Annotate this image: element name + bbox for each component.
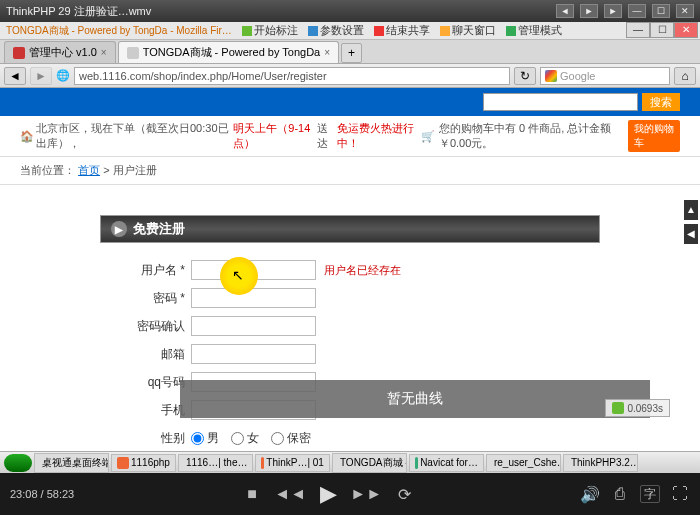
menu-end-share[interactable]: 结束共享 <box>374 23 430 38</box>
annotation-toolbar: TONGDA商城 - Powered by TongDa - Mozilla F… <box>0 22 700 40</box>
cursor-icon: ↖ <box>232 267 244 283</box>
side-left-button[interactable]: ◀ <box>684 224 698 244</box>
chevron-right-icon: ▶ <box>111 221 127 237</box>
inner-maximize[interactable]: ☐ <box>650 22 674 38</box>
video-titlebar: ThinkPHP 29 注册验证…wmv ◄ ► ► — ☐ ✕ <box>0 0 700 22</box>
reload-button[interactable]: ↻ <box>514 67 536 85</box>
tab-admin-center[interactable]: 管理中心 v1.0 × <box>4 41 116 63</box>
tab-close-icon[interactable]: × <box>324 47 330 58</box>
location-icon: 🏠 <box>20 130 34 143</box>
leaf-icon <box>612 402 624 414</box>
site-search-button[interactable]: 搜索 <box>642 93 680 111</box>
task-item[interactable]: TONGDA商城 -… <box>332 453 407 473</box>
gender-male-radio[interactable]: 男 <box>191 430 219 447</box>
minimize-icon[interactable]: — <box>628 4 646 18</box>
prev-button[interactable]: ◄◄ <box>280 484 300 504</box>
capture-button[interactable]: ⎙ <box>610 484 630 504</box>
video-time: 23:08 / 58:23 <box>0 488 84 500</box>
my-cart-button[interactable]: 我的购物车 <box>628 120 680 152</box>
task-item[interactable]: 1116php <box>111 454 176 472</box>
promo-bar: 🏠 北京市区，现在下单（截至次日00:30已出库）， 明天上午（9-14点） 送… <box>0 116 700 157</box>
register-form-header: ▶ 免费注册 <box>100 215 600 243</box>
breadcrumb-home[interactable]: 首页 <box>78 164 100 176</box>
loop-button[interactable]: ⟳ <box>394 484 414 504</box>
menu-admin-mode[interactable]: 管理模式 <box>506 23 562 38</box>
username-error-hint: 用户名已经存在 <box>324 263 401 278</box>
nav-prev-icon[interactable]: ◄ <box>556 4 574 18</box>
menu-param-settings[interactable]: 参数设置 <box>308 23 364 38</box>
url-input[interactable]: web.1116.com/shop/index.php/Home/User/re… <box>74 67 510 85</box>
task-item[interactable]: 1116…| the… <box>178 454 253 472</box>
email-input[interactable] <box>191 344 316 364</box>
timing-badge: 0.0693s <box>605 399 670 417</box>
tab-label: TONGDA商城 - Powered by TongDa <box>143 45 321 60</box>
browser-search-input[interactable]: Google <box>540 67 670 85</box>
cart-icon: 🛒 <box>421 130 435 143</box>
breadcrumb-current: 用户注册 <box>113 164 157 176</box>
password-confirm-input[interactable] <box>191 316 316 336</box>
volume-icon[interactable]: 🔊 <box>580 484 600 504</box>
address-bar: ◄ ► 🌐 web.1116.com/shop/index.php/Home/U… <box>0 64 700 88</box>
next-button[interactable]: ►► <box>356 484 376 504</box>
tab-tongda-shop[interactable]: TONGDA商城 - Powered by TongDa × <box>118 41 339 63</box>
site-search-input[interactable] <box>483 93 638 111</box>
site-header: 搜索 <box>0 88 700 116</box>
cart-summary: 您的购物车中有 0 件商品, 总计金额 ￥0.00元。 <box>439 121 624 151</box>
google-icon <box>545 70 557 82</box>
chart-empty-overlay: 暂无曲线 <box>180 380 650 418</box>
maximize-icon[interactable]: ☐ <box>652 4 670 18</box>
globe-icon: 🌐 <box>56 69 70 82</box>
password-input[interactable] <box>191 288 316 308</box>
task-item[interactable]: Navicat for… <box>409 454 484 472</box>
task-item[interactable]: 桌视通桌面终端 <box>34 453 109 473</box>
home-button[interactable]: ⌂ <box>674 67 696 85</box>
task-item[interactable]: ThinkPHP3.2… <box>563 454 638 472</box>
side-up-button[interactable]: ▲ <box>684 200 698 220</box>
firefox-hint: TONGDA商城 - Powered by TongDa - Mozilla F… <box>6 24 232 38</box>
fullscreen-button[interactable]: ⛶ <box>670 484 690 504</box>
back-button[interactable]: ◄ <box>4 67 26 85</box>
tab-add-button[interactable]: + <box>341 43 362 63</box>
start-button[interactable] <box>4 454 32 472</box>
nav-next-icon[interactable]: ► <box>604 4 622 18</box>
gender-secret-radio[interactable]: 保密 <box>271 430 311 447</box>
nav-play-icon[interactable]: ► <box>580 4 598 18</box>
breadcrumb: 当前位置： 首页 > 用户注册 <box>0 157 700 185</box>
menu-chat-window[interactable]: 聊天窗口 <box>440 23 496 38</box>
inner-minimize[interactable]: — <box>626 22 650 38</box>
play-button[interactable]: ▶ <box>318 484 338 504</box>
gender-female-radio[interactable]: 女 <box>231 430 259 447</box>
tab-favicon <box>13 47 25 59</box>
task-item[interactable]: ThinkP…| 01 <box>255 454 330 472</box>
video-controls: 23:08 / 58:23 ■ ◄◄ ▶ ►► ⟳ 🔊 ⎙ 字 ⛶ <box>0 473 700 515</box>
stop-button[interactable]: ■ <box>242 484 262 504</box>
forward-button[interactable]: ► <box>30 67 52 85</box>
windows-taskbar: 桌视通桌面终端 1116php 1116…| the… ThinkP…| 01 … <box>0 451 700 473</box>
task-item[interactable]: re_user_Cshe… <box>486 454 561 472</box>
menu-start-annotate[interactable]: 开始标注 <box>242 23 298 38</box>
tab-close-icon[interactable]: × <box>101 47 107 58</box>
tab-label: 管理中心 v1.0 <box>29 45 97 60</box>
titlebar-text: ThinkPHP 29 注册验证…wmv <box>6 4 151 19</box>
inner-close[interactable]: ✕ <box>674 22 698 38</box>
tab-favicon <box>127 47 139 59</box>
subtitle-button[interactable]: 字 <box>640 485 660 503</box>
close-icon[interactable]: ✕ <box>676 4 694 18</box>
browser-tabstrip: 管理中心 v1.0 × TONGDA商城 - Powered by TongDa… <box>0 40 700 64</box>
